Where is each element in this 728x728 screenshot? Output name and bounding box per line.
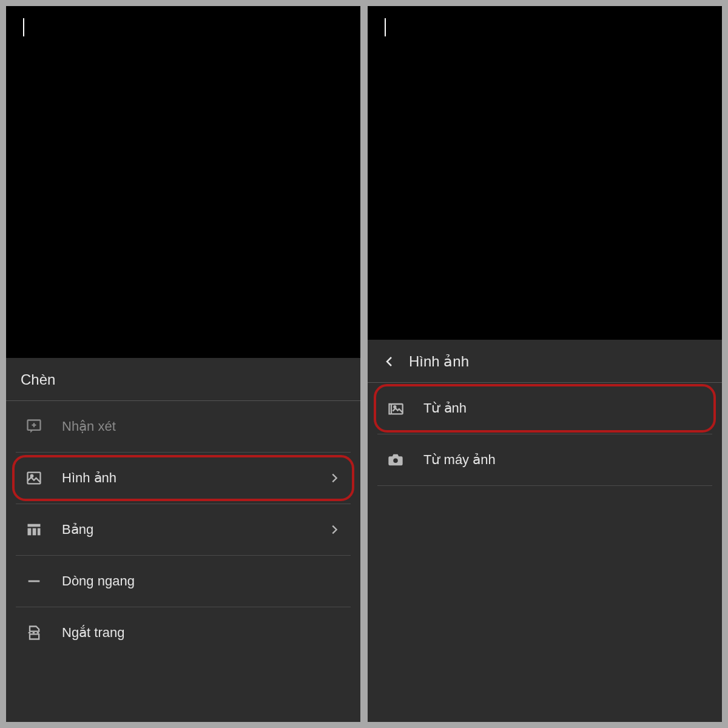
document-canvas-left[interactable]: [6, 6, 360, 358]
menu-item-label: Bảng: [62, 522, 93, 538]
svg-point-2: [31, 475, 33, 477]
menu-item-image[interactable]: Hình ảnh: [16, 453, 351, 504]
image-sheet: Hình ảnh Từ ảnh: [368, 340, 722, 722]
menu-item-from-photos[interactable]: Từ ảnh: [377, 383, 712, 434]
image-icon: [25, 470, 42, 487]
comment-add-icon: [25, 418, 42, 435]
text-cursor: [385, 18, 386, 36]
menu-item-label: Nhận xét: [62, 419, 116, 434]
horizontal-line-icon: [25, 573, 42, 590]
chevron-right-icon: [328, 523, 341, 536]
svg-rect-4: [28, 528, 32, 536]
phone-left: Chèn Nhận xét: [6, 6, 360, 722]
svg-point-9: [393, 458, 397, 462]
svg-point-8: [394, 406, 396, 408]
menu-item-label: Ngắt trang: [62, 625, 125, 641]
menu-item-horizontal-line[interactable]: Dòng ngang: [16, 556, 351, 607]
chevron-right-icon: [328, 471, 341, 485]
menu-item-label: Hình ảnh: [62, 470, 116, 486]
document-canvas-right[interactable]: [368, 6, 722, 340]
sheet-title-label: Chèn: [21, 371, 55, 388]
back-button[interactable]: [382, 354, 397, 369]
text-cursor: [23, 18, 24, 36]
sheet-title-label: Hình ảnh: [409, 353, 469, 370]
menu-item-page-break[interactable]: Ngắt trang: [16, 607, 351, 658]
menu-list-left: Nhận xét Hình ảnh: [6, 401, 360, 676]
phone-right: Hình ảnh Từ ảnh: [368, 6, 722, 722]
menu-item-label: Từ ảnh: [423, 400, 467, 416]
menu-item-table[interactable]: Bảng: [16, 504, 351, 556]
insert-sheet: Chèn Nhận xét: [6, 358, 360, 722]
menu-list-right: Từ ảnh Từ máy ảnh: [368, 383, 722, 504]
menu-item-label: Dòng ngang: [62, 573, 135, 589]
sheet-title-left: Chèn: [6, 358, 360, 401]
menu-item-label: Từ máy ảnh: [423, 452, 496, 468]
svg-rect-3: [28, 524, 41, 527]
menu-item-from-camera[interactable]: Từ máy ảnh: [377, 434, 712, 486]
menu-item-comment[interactable]: Nhận xét: [16, 401, 351, 453]
camera-icon: [387, 451, 404, 468]
table-icon: [25, 521, 42, 538]
svg-rect-5: [33, 528, 36, 536]
photos-icon: [387, 400, 404, 417]
sheet-header-right: Hình ảnh: [368, 340, 722, 383]
page-break-icon: [25, 624, 42, 641]
svg-rect-6: [38, 528, 41, 536]
